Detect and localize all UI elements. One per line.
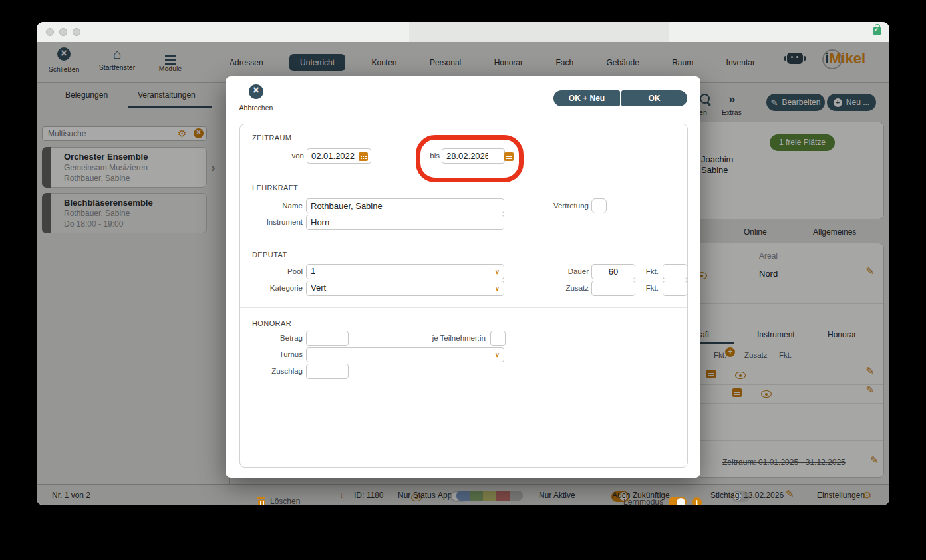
abbrechen-button[interactable]: Abbrechen (235, 84, 277, 112)
dropdown-chevron-icon (495, 283, 500, 293)
header-divider (226, 120, 700, 120)
instrument-label: Instrument (240, 218, 303, 226)
cancel-icon (249, 84, 263, 99)
abbrechen-label: Abbrechen (235, 104, 277, 112)
dropdown-chevron-icon (495, 266, 500, 276)
loeschen-label: Löschen (270, 497, 300, 505)
pool-label: Pool (240, 267, 303, 275)
titlebar-center-area (409, 22, 669, 42)
bis-calendar-icon[interactable] (504, 152, 514, 161)
vertretung-checkbox[interactable] (591, 198, 607, 213)
von-label: von (280, 152, 304, 160)
zuschlag-input[interactable] (306, 364, 349, 379)
kategorie-dropdown[interactable]: Vert (306, 281, 504, 296)
app-window: Schließen ⌂ Startfenster Module Adressen… (37, 22, 889, 505)
instrument-input[interactable] (306, 215, 504, 230)
turnus-label: Turnus (240, 350, 303, 358)
bis-label: bis (420, 152, 440, 160)
vertretung-label: Vertretung (520, 202, 589, 210)
von-calendar-icon[interactable] (359, 152, 368, 161)
traffic-light-zoom[interactable] (73, 28, 80, 36)
lehrkraft-title: LEHRKRAFT (252, 184, 298, 192)
fkt-label-1: Fkt. (639, 267, 659, 275)
name-label: Name (240, 202, 303, 210)
titlebar (37, 22, 889, 43)
lernmodus-control: Lernmodus (623, 497, 702, 505)
form-panel: ZEITRAUM von bis LEHRKRAFT Name Vertretu… (239, 124, 688, 468)
ok-neu-button[interactable]: OK + Neu (553, 90, 620, 106)
zusatz-input[interactable] (591, 281, 635, 296)
bis-date-input[interactable] (442, 148, 505, 164)
info-icon[interactable] (692, 497, 702, 506)
traffic-light-minimize[interactable] (59, 28, 67, 36)
dauer-label: Dauer (526, 267, 589, 275)
fkt-input-2[interactable] (663, 281, 687, 296)
dauer-input[interactable] (591, 264, 635, 279)
turnus-dropdown[interactable] (306, 347, 504, 362)
pool-value: 1 (311, 266, 315, 276)
zuschlag-label: Zuschlag (240, 367, 303, 375)
ok-button[interactable]: OK (621, 90, 687, 106)
betrag-input[interactable] (306, 331, 349, 346)
pool-dropdown[interactable]: 1 (306, 264, 504, 279)
je-teilnehmer-input[interactable] (490, 331, 506, 346)
lernmodus-label: Lernmodus (623, 497, 663, 505)
loeschen-button[interactable]: Löschen (257, 497, 300, 505)
kategorie-label: Kategorie (240, 284, 303, 292)
je-teilnehmer-label: je Teilnehmer:in (400, 334, 486, 342)
edit-dialog: Abbrechen OK + Neu OK ZEITRAUM von bis L… (226, 76, 700, 478)
honorar-title: HONORAR (252, 319, 291, 327)
fkt-label-2: Fkt. (639, 284, 659, 292)
fkt-input-1[interactable] (663, 264, 687, 279)
kategorie-value: Vert (311, 283, 326, 293)
traffic-light-close[interactable] (46, 28, 54, 36)
name-input[interactable] (306, 198, 504, 213)
lock-check-icon (873, 27, 881, 35)
deputat-title: DEPUTAT (252, 251, 287, 259)
lernmodus-toggle[interactable] (669, 497, 687, 505)
zusatz-label: Zusatz (526, 284, 589, 292)
dropdown-chevron-icon (495, 349, 500, 359)
trash-icon (257, 497, 265, 506)
betrag-label: Betrag (240, 334, 303, 342)
screen: Schließen ⌂ Startfenster Module Adressen… (0, 0, 926, 560)
zeitraum-title: ZEITRAUM (252, 134, 291, 142)
